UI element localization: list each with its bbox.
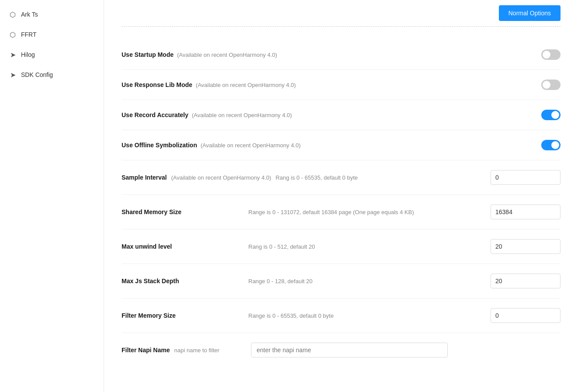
setting-label: Shared Memory Size [122, 208, 181, 215]
setting-hint: napi name to filter [174, 347, 219, 354]
filter-napi-name-input[interactable] [251, 343, 448, 357]
max-unwind-level-input[interactable] [491, 239, 561, 254]
sdk-config-icon: ➤ [9, 71, 17, 79]
sidebar-item-ark-ts[interactable]: ⬡ Ark Ts [0, 4, 104, 24]
sidebar-item-ffrt[interactable]: ⬡ FFRT [0, 24, 104, 45]
toggle-slider [541, 140, 561, 150]
ark-ts-icon: ⬡ [9, 10, 17, 18]
setting-range: Rang is 0 - 512, default 20 [244, 243, 491, 250]
toggle-use-record-accurately[interactable] [541, 110, 561, 120]
setting-hint: (Available on recent OpenHarmony 4.0) [192, 112, 292, 118]
setting-label: Filter Napi Name [122, 347, 170, 354]
sidebar-item-label: Ark Ts [21, 11, 38, 18]
toggle-slider [541, 80, 561, 90]
setting-row-use-response-lib-mode: Use Response Lib Mode (Available on rece… [122, 70, 561, 100]
sidebar-item-sdk-config[interactable]: ➤ SDK Config [0, 65, 104, 85]
hilog-icon: ➤ [9, 51, 17, 59]
setting-control [491, 110, 561, 120]
setting-label-area: Shared Memory Size [122, 208, 244, 215]
setting-label: Use Offline Symbolization [122, 142, 197, 149]
toggle-use-offline-symbolization[interactable] [541, 140, 561, 150]
normal-options-button[interactable]: Normal Options [499, 5, 561, 21]
setting-label-area: Max Js Stack Depth [122, 278, 244, 284]
setting-range: Rang is 0 - 65535, default 0 byte [271, 174, 491, 181]
setting-hint: (Available on recent OpenHarmony 4.0) [196, 82, 296, 88]
setting-range: Range is 0 - 65535, default 0 byte [244, 312, 491, 319]
setting-row-filter-napi-name: Filter Napi Name napi name to filter [122, 333, 561, 367]
toggle-use-response-lib-mode[interactable] [541, 80, 561, 90]
setting-label-area: Filter Napi Name napi name to filter [122, 347, 244, 354]
setting-label: Max Js Stack Depth [122, 278, 179, 284]
setting-label-group: Use Offline Symbolization (Available on … [122, 142, 484, 149]
setting-hint: (Available on recent OpenHarmony 4.0) [201, 142, 301, 149]
setting-range: Range is 0 - 131072, default 16384 page … [244, 209, 491, 215]
toggle-slider [541, 110, 561, 120]
main-content: Normal Options Use Startup Mode (Availab… [104, 0, 578, 392]
setting-row-use-startup-mode: Use Startup Mode (Available on recent Op… [122, 40, 561, 70]
setting-control [491, 80, 561, 90]
sidebar: ⬡ Ark Ts ⬡ FFRT ➤ Hilog ➤ SDK Config [0, 0, 104, 392]
setting-control [491, 308, 561, 323]
setting-label: Max unwind level [122, 243, 172, 250]
setting-label: Sample Interval [122, 174, 167, 181]
toggle-use-startup-mode[interactable] [541, 49, 561, 60]
setting-label-area: Max unwind level [122, 243, 244, 250]
setting-row-max-unwind-level: Max unwind level Rang is 0 - 512, defaul… [122, 229, 561, 264]
setting-label-area: Filter Memory Size [122, 312, 244, 319]
setting-row-shared-memory-size: Shared Memory Size Range is 0 - 131072, … [122, 195, 561, 229]
setting-hint: (Available on recent OpenHarmony 4.0) [171, 174, 272, 181]
setting-control [491, 170, 561, 185]
setting-control [491, 239, 561, 254]
setting-label: Use Record Accurately [122, 111, 188, 118]
setting-control [491, 140, 561, 150]
setting-row-max-js-stack-depth: Max Js Stack Depth Range 0 - 128, defaul… [122, 264, 561, 298]
top-bar: Normal Options [122, 0, 561, 27]
setting-control [491, 274, 561, 288]
filter-memory-size-input[interactable] [491, 308, 561, 323]
setting-row-use-offline-symbolization: Use Offline Symbolization (Available on … [122, 130, 561, 160]
toggle-slider [541, 49, 561, 60]
setting-row-use-record-accurately: Use Record Accurately (Available on rece… [122, 100, 561, 130]
setting-row-sample-interval: Sample Interval (Available on recent Ope… [122, 160, 561, 195]
sidebar-item-label: SDK Config [21, 71, 53, 78]
shared-memory-size-input[interactable] [491, 205, 561, 219]
sample-interval-input[interactable] [491, 170, 561, 185]
setting-label-group: Use Record Accurately (Available on rece… [122, 111, 484, 118]
sidebar-item-label: FFRT [21, 31, 37, 38]
max-js-stack-depth-input[interactable] [491, 274, 561, 288]
setting-hint: (Available on recent OpenHarmony 4.0) [177, 52, 277, 58]
setting-label-area: Sample Interval (Available on recent Ope… [122, 174, 271, 181]
setting-label-group: Use Response Lib Mode (Available on rece… [122, 81, 484, 88]
setting-label: Filter Memory Size [122, 312, 176, 319]
setting-control [491, 49, 561, 60]
sidebar-item-label: Hilog [21, 51, 35, 58]
setting-control [491, 205, 561, 219]
ffrt-icon: ⬡ [9, 31, 17, 38]
setting-range: Range 0 - 128, default 20 [244, 278, 491, 284]
setting-label: Use Response Lib Mode [122, 81, 192, 88]
setting-label-group: Use Startup Mode (Available on recent Op… [122, 51, 484, 58]
setting-row-filter-memory-size: Filter Memory Size Range is 0 - 65535, d… [122, 298, 561, 333]
setting-label: Use Startup Mode [122, 51, 174, 58]
sidebar-item-hilog[interactable]: ➤ Hilog [0, 45, 104, 65]
